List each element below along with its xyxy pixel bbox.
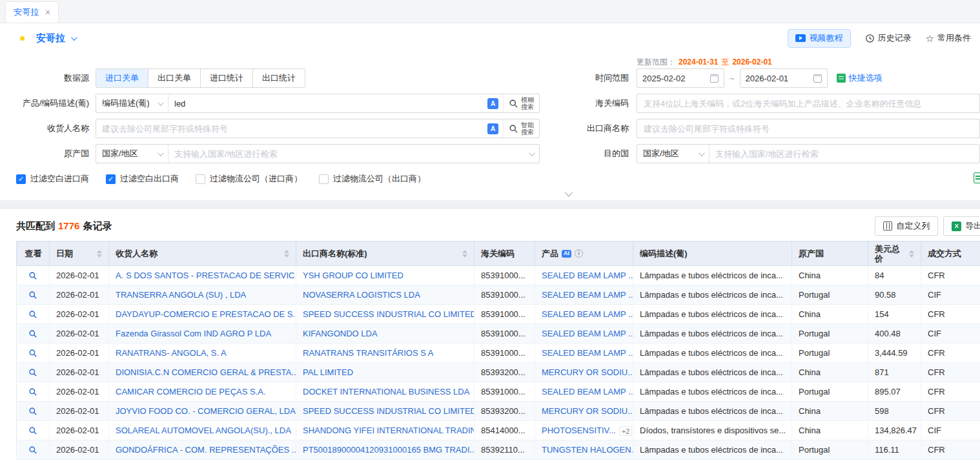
tab-import-statistics[interactable]: 进口统计 bbox=[201, 69, 253, 87]
tab-import-declarations[interactable]: 进口关单 bbox=[96, 69, 148, 87]
view-row-button[interactable] bbox=[28, 329, 37, 338]
fuzzy-search-button[interactable]: 模糊 搜索 bbox=[503, 94, 539, 112]
exporter-link[interactable]: SPEED SUCCESS INDUSTRIAL CO LIMITED bbox=[303, 406, 475, 416]
destination-country-input[interactable] bbox=[709, 145, 979, 163]
sort-price-button[interactable] bbox=[909, 250, 914, 258]
date-from-input[interactable] bbox=[642, 74, 706, 83]
exporter-link[interactable]: PAL LIMITED bbox=[303, 367, 353, 377]
product-link[interactable]: SEALED BEAM LAMP ... bbox=[542, 387, 633, 396]
consignee-link[interactable]: RANATRANS- ANGOLA, S. A bbox=[116, 348, 227, 358]
exporter-link[interactable]: YSH GROUP CO LIMITED bbox=[303, 271, 403, 280]
view-row-button[interactable] bbox=[28, 291, 37, 300]
consignee-link[interactable]: DAYDAYUP-COMERCIO E PRESTACAO DE S... bbox=[116, 309, 296, 319]
view-row-button[interactable] bbox=[28, 271, 37, 280]
origin-country-select[interactable]: 国家/地区 bbox=[96, 145, 168, 163]
cell-date: 2026-02-01 bbox=[50, 363, 109, 382]
tab-export-statistics[interactable]: 出口统计 bbox=[253, 69, 305, 87]
product-link[interactable]: SEALED BEAM LAMP ... bbox=[542, 329, 633, 338]
checkbox-filter-blank-importer[interactable]: ✓ 过滤空白进口商 bbox=[16, 173, 89, 185]
product-link[interactable]: SEALED BEAM LAMP ... bbox=[542, 290, 633, 300]
export-excel-button[interactable]: X 导出Exc bbox=[943, 216, 980, 236]
favorites-button[interactable]: ☆ 常用条件 bbox=[926, 32, 971, 44]
consignee-input[interactable] bbox=[96, 119, 483, 138]
view-row-button[interactable] bbox=[28, 426, 37, 435]
collapse-filters-button[interactable] bbox=[0, 189, 980, 200]
product-link[interactable]: SEALED BEAM LAMP ... bbox=[542, 271, 633, 280]
info-icon[interactable]: i bbox=[575, 249, 583, 258]
translate-icon[interactable]: A bbox=[487, 123, 498, 134]
exporter-link[interactable]: KIFANGONDO LDA bbox=[303, 329, 378, 338]
view-row-button[interactable] bbox=[28, 407, 37, 416]
cell-date: 2026-02-01 bbox=[50, 344, 109, 363]
consignee-link[interactable]: SOLAREAL AUTOMOVEL ANGOLA(SU)., LDA bbox=[116, 426, 291, 435]
sort-date-button[interactable] bbox=[97, 250, 102, 258]
exporter-link[interactable]: SPEED SUCCESS INDUSTRIAL CO LIMITED bbox=[303, 309, 475, 319]
checkbox-filter-logistics-importer[interactable]: ✓ 过滤物流公司（进口商） bbox=[196, 173, 302, 185]
consignee-link[interactable]: TRANSERRA ANGOLA (SU) , LDA bbox=[116, 290, 246, 300]
exporter-input[interactable] bbox=[637, 119, 980, 138]
date-to-input[interactable] bbox=[746, 74, 810, 83]
checkbox-filter-logistics-exporter[interactable]: ✓ 过滤物流公司（出口商） bbox=[319, 173, 425, 185]
country-selector[interactable]: 安哥拉 bbox=[14, 32, 76, 45]
view-row-button[interactable] bbox=[28, 446, 37, 455]
custom-columns-button[interactable]: 自定义列 bbox=[875, 216, 938, 236]
consignee-link[interactable]: Fazenda Girassol Com IND AGRO P LDA bbox=[116, 329, 271, 338]
data-source-row: 数据源 进口关单 出口关单 进口统计 出口统计 bbox=[0, 68, 540, 88]
tab-angola[interactable]: 安哥拉 × bbox=[5, 1, 59, 23]
product-field-select[interactable]: 编码描述(葡) bbox=[96, 94, 168, 112]
close-icon[interactable]: × bbox=[45, 7, 50, 17]
product-keyword-input[interactable] bbox=[168, 94, 483, 112]
product-link[interactable]: MERCURY OR SODIU... bbox=[542, 406, 633, 416]
origin-country-label: 原产国 bbox=[0, 148, 96, 159]
product-link[interactable]: TUNGSTEN HALOGEN... bbox=[542, 445, 633, 455]
product-link[interactable]: SEALED BEAM LAMP ... bbox=[542, 309, 633, 319]
cell-hs-code: 85393200... bbox=[475, 363, 535, 382]
history-button[interactable]: 历史记录 bbox=[865, 32, 912, 44]
ai-badge: AI bbox=[562, 250, 571, 258]
origin-country-input[interactable] bbox=[168, 145, 523, 163]
date-to-field[interactable] bbox=[740, 68, 828, 88]
table-row: 2026-02-01 A. S DOS SANTOS - PRESTACAO D… bbox=[17, 266, 980, 285]
product-link[interactable]: MERCURY OR SODIU... bbox=[542, 367, 633, 377]
cell-origin: China bbox=[792, 402, 868, 421]
consignee-link[interactable]: CAMICAR COMERCIO DE PEÇAS S.A. bbox=[116, 387, 266, 396]
checkbox-filter-blank-exporter[interactable]: ✓ 过滤空白出口商 bbox=[106, 173, 179, 185]
cell-incoterm: CFR bbox=[921, 363, 980, 382]
filter-checkbox-row: ✓ 过滤空白进口商 ✓ 过滤空白出口商 ✓ 过滤物流公司（进口商） ✓ 过滤物流… bbox=[16, 169, 980, 189]
saved-condition-button-partial[interactable] bbox=[974, 172, 980, 183]
exporter-link[interactable]: PT50018900004120931000165 BMG TRADI... bbox=[303, 445, 475, 455]
exporter-link[interactable]: DOCKET INTERNATIONAL BUSINESS LDA bbox=[303, 387, 469, 396]
exporter-link[interactable]: RANATRANS TRANSITÁRIOS S A bbox=[303, 348, 434, 358]
product-link[interactable]: PHOTOSENSITIV... bbox=[542, 426, 616, 435]
magnifier-icon bbox=[28, 310, 37, 319]
sort-exporter-button[interactable] bbox=[462, 250, 467, 258]
exporter-link[interactable]: SHANDONG YIFEI INTERNATIONAL TRADIN... bbox=[303, 426, 475, 435]
view-row-button[interactable] bbox=[28, 310, 37, 319]
table-row: 2026-02-01 DAYDAYUP-COMERCIO E PRESTACAO… bbox=[17, 305, 980, 324]
sort-consignee-button[interactable] bbox=[284, 250, 289, 258]
cell-hs-code: 85391000... bbox=[475, 285, 535, 305]
consignee-link[interactable]: DIONISIA.C.N COMERCIO GERAL & PRESTA... bbox=[116, 367, 296, 377]
tab-export-declarations[interactable]: 出口关单 bbox=[148, 69, 201, 87]
consignee-link[interactable]: JOYVIO FOOD CO. - COMERCIO GERAL, LDA bbox=[116, 406, 296, 416]
destination-country-select[interactable]: 国家/地区 bbox=[637, 145, 709, 163]
translate-icon[interactable]: A bbox=[487, 98, 498, 109]
product-extra-badge[interactable]: +2 bbox=[619, 426, 633, 436]
exporter-link[interactable]: NOVASERRA LOGISTICS LDA bbox=[303, 290, 420, 300]
date-from-field[interactable] bbox=[637, 68, 724, 88]
magnifier-icon bbox=[28, 407, 37, 416]
consignee-link[interactable]: A. S DOS SANTOS - PRESTACAO DE SERVIC... bbox=[116, 271, 296, 280]
cell-date: 2026-02-01 bbox=[50, 285, 109, 305]
consignee-link[interactable]: GONDOÁFRICA - COM. REPRESENTAÇÕES ... bbox=[116, 445, 296, 455]
table-row: 2026-02-01 JOYVIO FOOD CO. - COMERCIO GE… bbox=[17, 402, 980, 421]
hs-code-input[interactable] bbox=[637, 94, 980, 113]
smart-search-button[interactable]: 智能 搜索 bbox=[503, 119, 539, 138]
cell-date: 2026-02-01 bbox=[50, 266, 109, 285]
view-row-button[interactable] bbox=[28, 349, 37, 358]
header-incoterm: 成交方式 bbox=[921, 242, 980, 266]
video-tutorial-button[interactable]: 视频教程 bbox=[788, 29, 851, 48]
view-row-button[interactable] bbox=[28, 368, 37, 377]
quick-options-link[interactable]: 快捷选项 bbox=[837, 72, 883, 84]
view-row-button[interactable] bbox=[28, 387, 37, 396]
product-link[interactable]: SEALED BEAM LAMP ... bbox=[542, 348, 633, 358]
